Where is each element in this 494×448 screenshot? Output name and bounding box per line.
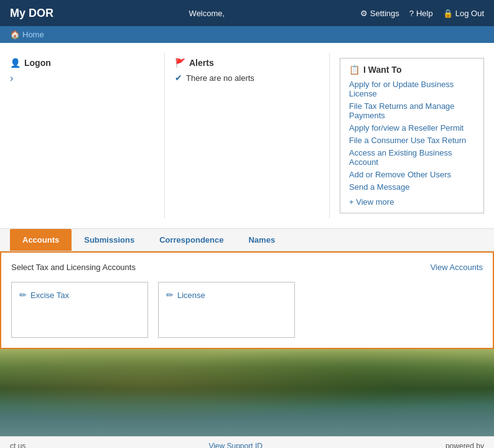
- tab-correspondence[interactable]: Correspondence: [147, 229, 236, 251]
- alerts-panel: 🚩 Alerts ✔ There are no alerts: [165, 53, 330, 218]
- edit-icon-license: ✏: [166, 290, 174, 300]
- tab-names[interactable]: Names: [236, 229, 287, 251]
- logon-panel: 👤 Logon ›: [10, 53, 165, 218]
- panels-row: 👤 Logon › 🚩 Alerts ✔ There are no alerts…: [0, 43, 494, 229]
- accounts-grid: ✏ Excise Tax ✏ License: [11, 282, 483, 338]
- nav-bar: 🏠 Home: [0, 26, 494, 43]
- logout-link[interactable]: 🔒 Log Out: [443, 9, 484, 18]
- want-panel-header: 📋 I Want To: [349, 65, 475, 75]
- help-link[interactable]: ? Help: [409, 9, 433, 18]
- welcome-text: Welcome,: [189, 9, 225, 18]
- footer: ct us View Support ID powered by: [0, 436, 494, 448]
- want-panel: 📋 I Want To Apply for or Update Business…: [330, 53, 484, 218]
- contact-text: ct us: [10, 442, 26, 448]
- check-icon: ✔: [175, 73, 182, 83]
- logon-panel-header: 👤 Logon: [10, 58, 154, 68]
- app-title: My DOR: [10, 7, 54, 20]
- landscape-overlay: [0, 349, 494, 436]
- logon-expand-button[interactable]: ›: [10, 73, 154, 84]
- tab-submissions[interactable]: Submissions: [72, 229, 147, 251]
- want-link-3[interactable]: File a Consumer Use Tax Return: [349, 136, 475, 145]
- powered-by-text: powered by: [445, 442, 484, 448]
- want-link-2[interactable]: Apply for/view a Reseller Permit: [349, 123, 475, 133]
- help-icon: ?: [409, 9, 414, 18]
- user-icon: 👤: [10, 58, 21, 68]
- support-id-link[interactable]: View Support ID: [208, 442, 263, 448]
- account-card-excise-tax[interactable]: ✏ Excise Tax: [11, 282, 148, 338]
- accounts-section: Select Tax and Licensing Accounts View A…: [0, 251, 494, 349]
- want-link-1[interactable]: File Tax Returns and Manage Payments: [349, 101, 475, 120]
- header-actions: ⚙ Settings ? Help 🔒 Log Out: [360, 9, 484, 18]
- document-icon: 📋: [349, 65, 360, 75]
- alerts-panel-header: 🚩 Alerts: [175, 58, 319, 68]
- no-alerts-item: ✔ There are no alerts: [175, 73, 319, 83]
- want-link-6[interactable]: Send a Message: [349, 182, 475, 192]
- flag-icon: 🚩: [175, 58, 185, 68]
- view-accounts-link[interactable]: View Accounts: [431, 263, 483, 272]
- tab-accounts[interactable]: Accounts: [10, 229, 72, 251]
- want-link-5[interactable]: Add or Remove Other Users: [349, 170, 475, 179]
- excise-tax-card-title: ✏ Excise Tax: [19, 290, 140, 300]
- settings-link[interactable]: ⚙ Settings: [360, 9, 399, 18]
- account-card-license[interactable]: ✏ License: [158, 282, 295, 338]
- home-icon: 🏠: [10, 30, 20, 39]
- license-card-title: ✏ License: [166, 290, 287, 300]
- lock-icon: 🔒: [443, 9, 453, 18]
- gear-icon: ⚙: [360, 9, 368, 18]
- accounts-header: Select Tax and Licensing Accounts View A…: [11, 263, 483, 272]
- view-more-link[interactable]: + View more: [349, 197, 394, 207]
- want-link-0[interactable]: Apply for or Update Business License: [349, 80, 475, 98]
- accounts-section-title: Select Tax and Licensing Accounts: [11, 263, 136, 272]
- tabs-row: Accounts Submissions Correspondence Name…: [0, 229, 494, 251]
- app-header: My DOR Welcome, ⚙ Settings ? Help 🔒 Log …: [0, 0, 494, 26]
- home-nav-link[interactable]: 🏠 Home: [10, 30, 44, 39]
- landscape-image: [0, 349, 494, 436]
- main-content: 👤 Logon › 🚩 Alerts ✔ There are no alerts…: [0, 43, 494, 448]
- edit-icon-excise: ✏: [19, 290, 27, 300]
- want-panel-box: 📋 I Want To Apply for or Update Business…: [340, 58, 484, 213]
- want-link-4[interactable]: Access an Existing Business Account: [349, 148, 475, 167]
